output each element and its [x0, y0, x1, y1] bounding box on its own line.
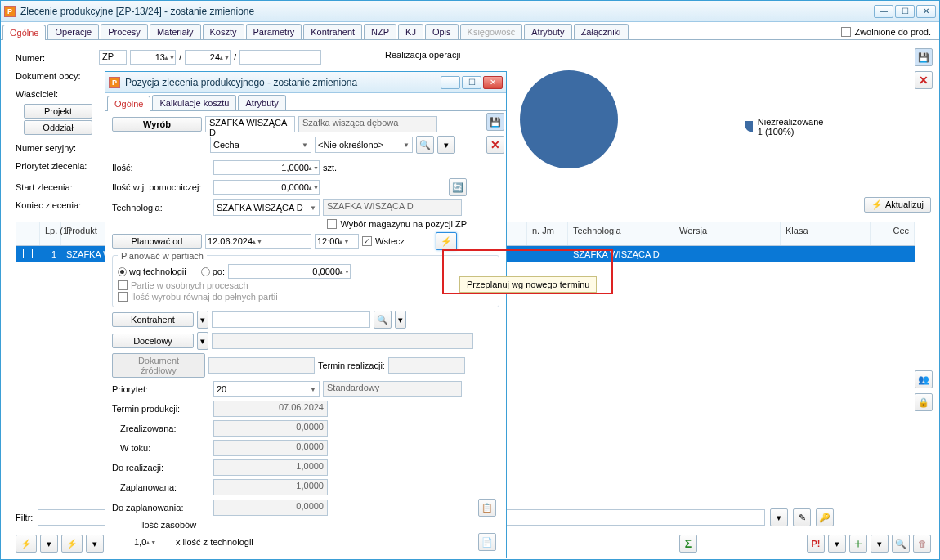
pie-chart	[516, 66, 622, 172]
release-checkbox-row[interactable]: Zwolnione do prod.	[835, 25, 938, 39]
ilosc-spinner[interactable]: 1,0000▲▼	[213, 160, 320, 175]
dd4-icon[interactable]: ▾	[871, 535, 889, 553]
numer-prefix[interactable]: ZP	[99, 50, 127, 65]
trash-icon[interactable]: 🗑	[913, 535, 931, 553]
time-input[interactable]: 12:00▲▼	[315, 234, 359, 249]
oddzial-button[interactable]: Oddział	[24, 120, 92, 135]
gh-cecha[interactable]: Cec	[871, 222, 915, 245]
sub-tab-atrybuty[interactable]: Atrybuty	[238, 95, 285, 110]
kontrahent-input[interactable]	[212, 311, 370, 328]
numer-suffix-input[interactable]	[239, 50, 321, 65]
dd2-icon[interactable]: ▾	[86, 535, 104, 553]
gh-wersja[interactable]: Wersja	[674, 222, 781, 245]
tab-zalaczniki[interactable]: Załączniki	[574, 24, 629, 39]
bolt2-icon[interactable]: ⚡	[61, 535, 83, 553]
sub-maximize-button[interactable]: ☐	[462, 76, 481, 89]
sigma-button[interactable]: Σ	[679, 535, 697, 553]
sub-titlebar: P Pozycja zlecenia produkcyjnego - zosta…	[105, 72, 506, 93]
add-icon[interactable]: ＋	[849, 535, 867, 553]
kontrahent-search-dd-icon[interactable]: ▾	[395, 311, 406, 329]
tab-procesy[interactable]: Procesy	[101, 24, 148, 39]
gh-lp[interactable]: Lp. (1)	[40, 222, 61, 245]
close-button[interactable]: ✕	[916, 5, 936, 18]
close-red-icon[interactable]: ✕	[915, 71, 933, 89]
sub-minimize-button[interactable]: —	[441, 76, 460, 89]
wyrob-button[interactable]: Wyrób	[112, 117, 202, 132]
tab-atrybuty[interactable]: Atrybuty	[524, 24, 571, 39]
tab-kontrahent[interactable]: Kontrahent	[303, 24, 362, 39]
numer-2-input[interactable]	[187, 52, 220, 62]
minimize-button[interactable]: —	[874, 5, 893, 18]
filter-edit-icon[interactable]: ✎	[793, 508, 811, 526]
maximize-button[interactable]: ☐	[895, 5, 915, 18]
gh-klasa[interactable]: Klasa	[781, 222, 871, 245]
radio-wg-tech[interactable]: wg technologii	[118, 267, 186, 276]
grid-side-icons: 👥 🔒	[915, 370, 933, 411]
po-spinner[interactable]: 0,0000▲▼	[228, 264, 351, 279]
sub-app-icon: P	[109, 77, 120, 88]
date-input[interactable]: 12.06.2024▲▼	[205, 234, 311, 249]
sub-tab-ogolne[interactable]: Ogólne	[107, 96, 150, 111]
docelowy-dd-icon[interactable]: ▾	[197, 332, 208, 350]
filter-key-icon[interactable]: 🔑	[816, 508, 834, 526]
przeplanuj-button[interactable]: ⚡	[436, 232, 457, 250]
gh-check[interactable]	[16, 222, 40, 245]
sub-save-icon[interactable]: 💾	[486, 113, 504, 131]
cecha-more-icon[interactable]: ▾	[437, 136, 455, 154]
tab-ogolne[interactable]: Ogólne	[2, 25, 46, 40]
wyb-mag-checkbox[interactable]	[327, 219, 337, 229]
tab-koszty[interactable]: Koszty	[203, 24, 244, 39]
numer-1-spinner[interactable]: ▲▼	[130, 50, 176, 65]
ilosc-pom-spinner[interactable]: 0,0000▲▼	[213, 180, 320, 195]
dd1-icon[interactable]: ▾	[40, 535, 58, 553]
copy-icon[interactable]: 📋	[478, 499, 496, 517]
gh-technologia[interactable]: Technologia	[568, 222, 674, 245]
cecha-search-icon[interactable]: 🔍	[416, 136, 434, 154]
partie-osob-checkbox[interactable]	[118, 280, 128, 290]
numer-2-spinner[interactable]: ▲▼	[185, 50, 231, 65]
chart-legend: Niezrealizowane - 1 (100%)	[745, 117, 835, 137]
pwarn-icon[interactable]: P!	[807, 535, 825, 553]
numer-1-input[interactable]	[132, 52, 165, 62]
projekt-button[interactable]: Projekt	[24, 104, 92, 119]
kontrahent-button[interactable]: Kontrahent	[112, 312, 194, 327]
tab-kj[interactable]: KJ	[398, 24, 423, 39]
zreal-label: Zrealizowana:	[112, 423, 210, 433]
priorytet-dropdown[interactable]: 20▼	[213, 381, 320, 397]
radio-po[interactable]: po:	[201, 267, 225, 276]
planowac-od-button[interactable]: Planować od	[112, 234, 202, 249]
cecha-value-dropdown[interactable]: <Nie określono>▼	[315, 137, 413, 153]
tab-opis[interactable]: Opis	[425, 24, 459, 39]
doreal-val: 1,0000	[213, 459, 328, 476]
filter-dropdown-icon[interactable]: ▾	[770, 508, 788, 526]
gh-jm[interactable]: n. Jm	[527, 222, 568, 245]
cecha-dropdown[interactable]: Cecha▼	[210, 137, 311, 153]
bolt1-icon[interactable]: ⚡	[16, 535, 37, 553]
user-icon[interactable]: 👥	[915, 370, 933, 388]
wstecz-checkbox[interactable]	[362, 236, 372, 246]
tab-operacje[interactable]: Operacje	[47, 24, 99, 39]
row-checkbox[interactable]	[23, 249, 33, 258]
kontrahent-search-icon[interactable]: 🔍	[374, 311, 392, 329]
refresh-icon[interactable]: 🔄	[449, 178, 467, 196]
tab-parametry[interactable]: Parametry	[246, 24, 302, 39]
wyrob-code[interactable]: SZAFKA WISZĄCA D	[205, 116, 295, 132]
tab-nzp[interactable]: NZP	[364, 24, 396, 39]
il-wyrobu-checkbox[interactable]	[118, 292, 128, 302]
dd3-icon[interactable]: ▾	[828, 535, 846, 553]
search-icon[interactable]: 🔍	[892, 535, 910, 553]
sub-close-red-icon[interactable]: ✕	[486, 136, 504, 154]
kontrahent-dd-icon[interactable]: ▾	[197, 311, 208, 329]
save-icon[interactable]: 💾	[915, 48, 933, 66]
doc-icon[interactable]: 📄	[478, 533, 496, 551]
il-zasob-label: Ilość zasobów	[140, 520, 196, 530]
lock-icon[interactable]: 🔒	[915, 393, 933, 411]
tech-dropdown[interactable]: SZAFKA WISZĄCA D▼	[213, 199, 320, 216]
il-zasob-spinner[interactable]: 1,0▲▼	[132, 535, 172, 549]
docelowy-button[interactable]: Docelowy	[112, 334, 194, 348]
sub-close-button[interactable]: ✕	[483, 76, 503, 89]
tab-materialy[interactable]: Materiały	[150, 24, 201, 39]
release-checkbox[interactable]	[841, 27, 851, 37]
aktualizuj-button[interactable]: ⚡ Aktualizuj	[864, 197, 931, 213]
sub-tab-kalkulacje[interactable]: Kalkulacje kosztu	[152, 95, 236, 110]
